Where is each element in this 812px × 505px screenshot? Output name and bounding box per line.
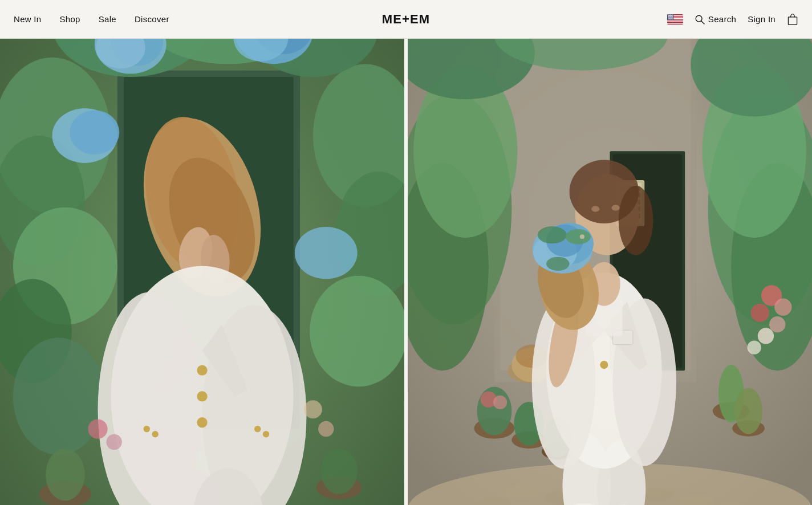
svg-point-150 (506, 485, 541, 499)
svg-point-47 (668, 18, 668, 19)
svg-point-25 (671, 16, 671, 17)
svg-line-55 (701, 21, 704, 23)
svg-point-14 (672, 14, 673, 15)
search-icon (695, 14, 705, 25)
svg-rect-4 (667, 19, 683, 20)
svg-point-182 (538, 226, 567, 243)
svg-point-185 (580, 234, 584, 239)
svg-point-40 (672, 17, 673, 18)
svg-point-184 (546, 257, 570, 271)
nav-shop[interactable]: Shop (60, 14, 80, 24)
svg-point-36 (669, 17, 669, 18)
svg-point-39 (672, 17, 672, 18)
svg-point-45 (671, 18, 672, 18)
svg-point-44 (671, 18, 671, 18)
svg-point-92 (197, 417, 207, 427)
svg-point-106 (318, 421, 334, 437)
svg-point-48 (668, 18, 669, 19)
svg-point-167 (600, 361, 608, 369)
cart-icon[interactable] (787, 13, 798, 26)
svg-point-29 (669, 17, 669, 17)
svg-point-35 (668, 17, 669, 18)
svg-point-174 (612, 205, 620, 211)
svg-point-53 (672, 18, 673, 19)
locale-flag[interactable] (667, 14, 683, 25)
svg-point-79 (295, 227, 358, 279)
svg-point-21 (668, 16, 668, 17)
svg-point-30 (669, 17, 670, 17)
svg-point-10 (669, 14, 669, 15)
svg-rect-5 (667, 21, 683, 22)
svg-point-43 (669, 18, 670, 18)
svg-point-78 (70, 110, 119, 154)
svg-point-20 (672, 15, 672, 15)
svg-rect-56 (788, 17, 797, 25)
svg-point-8 (668, 14, 668, 15)
svg-point-37 (670, 17, 671, 18)
svg-point-46 (672, 18, 672, 18)
svg-point-24 (670, 16, 671, 17)
svg-point-50 (670, 18, 671, 19)
svg-point-104 (106, 434, 121, 450)
svg-point-64 (13, 337, 104, 455)
left-photo (0, 39, 404, 505)
svg-point-34 (668, 17, 668, 18)
svg-point-144 (774, 299, 791, 316)
svg-point-33 (672, 17, 672, 17)
svg-rect-6 (667, 23, 683, 23)
svg-point-96 (263, 431, 269, 437)
nav-left: New In Shop Sale Discover (14, 14, 406, 24)
svg-point-11 (670, 14, 671, 15)
svg-point-183 (566, 229, 591, 244)
svg-point-51 (671, 18, 671, 19)
svg-point-42 (669, 18, 669, 18)
right-image-panel (408, 39, 812, 505)
svg-point-22 (668, 16, 669, 17)
svg-point-105 (304, 400, 322, 418)
svg-point-94 (152, 431, 158, 437)
svg-point-18 (671, 15, 671, 15)
svg-point-26 (672, 16, 672, 17)
svg-point-90 (197, 365, 207, 376)
svg-point-49 (669, 18, 669, 19)
svg-point-102 (321, 449, 358, 494)
svg-point-9 (668, 14, 669, 15)
svg-point-17 (669, 15, 670, 15)
svg-point-28 (668, 17, 668, 17)
nav-new-in[interactable]: New In (14, 14, 42, 24)
svg-point-91 (197, 391, 207, 401)
svg-point-131 (493, 396, 507, 409)
svg-point-67 (310, 276, 404, 386)
svg-point-52 (672, 18, 672, 19)
svg-point-12 (671, 14, 671, 15)
site-header: New In Shop Sale Discover ME+EM (0, 0, 812, 39)
svg-point-13 (672, 14, 672, 15)
main-content (0, 39, 812, 505)
svg-point-146 (769, 316, 785, 332)
nav-sale[interactable]: Sale (99, 14, 116, 24)
signin-button[interactable]: Sign In (748, 14, 776, 24)
nav-discover[interactable]: Discover (135, 14, 169, 24)
svg-point-38 (671, 17, 671, 18)
svg-point-173 (591, 206, 599, 212)
svg-point-148 (748, 341, 761, 355)
svg-point-100 (46, 449, 85, 500)
left-image-panel (0, 39, 408, 505)
svg-point-93 (144, 426, 150, 432)
svg-point-32 (671, 17, 672, 17)
svg-point-147 (758, 328, 774, 344)
svg-point-139 (734, 388, 762, 434)
svg-point-103 (88, 419, 107, 438)
right-photo (408, 39, 812, 505)
nav-right: Search Sign In (406, 13, 798, 26)
svg-point-15 (668, 15, 668, 15)
svg-point-16 (669, 15, 669, 15)
svg-point-95 (254, 426, 261, 432)
search-label: Search (708, 14, 736, 24)
svg-point-145 (751, 304, 769, 322)
search-button[interactable]: Search (695, 14, 736, 25)
site-logo[interactable]: ME+EM (382, 12, 430, 27)
svg-point-19 (671, 15, 672, 15)
svg-point-27 (672, 16, 673, 17)
svg-point-23 (669, 16, 669, 17)
